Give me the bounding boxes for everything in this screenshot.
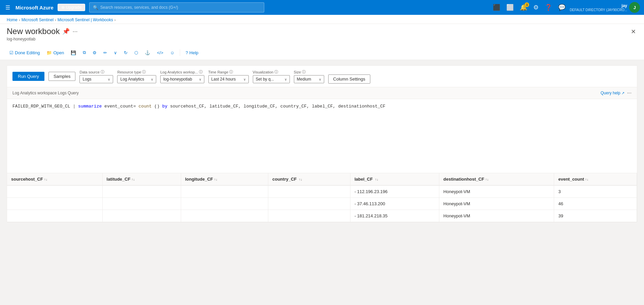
open-button[interactable]: 📁 Open: [44, 49, 67, 57]
cell-label_CF: - 112.196.23.196: [350, 185, 439, 198]
pencil-icon: ✏: [103, 50, 107, 55]
workspace-info-icon[interactable]: ⓘ: [199, 69, 203, 74]
cloud-shell-icon[interactable]: ⬛: [491, 2, 502, 12]
table-row: - 112.196.23.196Honeypot-VM3: [7, 185, 637, 198]
user-name: jay: [570, 3, 627, 8]
help-icon[interactable]: ❓: [543, 2, 554, 12]
workspace-chevron: ∨: [199, 78, 201, 81]
refresh-button[interactable]: ↻: [121, 49, 130, 57]
table-row: - 181.214.218.35Honeypot-VM39: [7, 210, 637, 222]
code-button[interactable]: </>: [154, 49, 166, 57]
emoji-button[interactable]: ☺: [167, 49, 177, 57]
settings-icon[interactable]: ⚙: [531, 2, 541, 12]
visualization-label: Visualization ⓘ: [253, 69, 290, 74]
parameter-button[interactable]: ⬡: [132, 49, 141, 57]
results-table-container: sourcehost_CF↑↓ latitude_CF↑↓ longitude_…: [7, 173, 637, 222]
size-info-icon[interactable]: ⓘ: [302, 69, 306, 74]
size-label: Size ⓘ: [294, 69, 324, 74]
breadcrumb-sentinel[interactable]: Microsoft Sentinel: [22, 18, 54, 22]
pin-icon[interactable]: 📌: [62, 28, 70, 35]
resource-type-select[interactable]: Log Analytics ∨: [117, 75, 156, 83]
col-header-latitude[interactable]: latitude_CF↑↓: [102, 173, 181, 185]
query-help-link[interactable]: Query help ↗: [601, 91, 624, 95]
upgrade-icon: ⊕: [61, 5, 65, 10]
page-header: New workbook 📌 ··· log-honeypotlab ✕: [0, 24, 644, 45]
resource-type-info-icon[interactable]: ⓘ: [142, 69, 146, 74]
workspace-group: Log Analytics worksp... ⓘ log-honeypotla…: [160, 69, 204, 83]
size-select[interactable]: Medium ∨: [294, 75, 324, 83]
table-row: - 37.46.113.200Honeypot-VM46: [7, 198, 637, 210]
dropdown-button[interactable]: ∨: [111, 49, 120, 57]
query-count-fn: count: [139, 104, 152, 109]
time-range-info-icon[interactable]: ⓘ: [229, 69, 233, 74]
query-help-bar: Log Analytics workspace Logs Query Query…: [7, 87, 637, 99]
chevron-down-icon: ∨: [114, 50, 117, 55]
cell-country_CF: [268, 198, 350, 210]
size-group: Size ⓘ Medium ∨: [294, 69, 324, 83]
data-source-select[interactable]: Logs ∨: [79, 75, 113, 83]
breadcrumb-sep-3: ›: [114, 18, 116, 22]
time-range-label: Time Range ⓘ: [208, 69, 249, 74]
col-header-desthost[interactable]: destinationhost_CF↑↓: [439, 173, 554, 185]
code-icon: </>: [157, 50, 163, 55]
visualization-info-icon[interactable]: ⓘ: [274, 69, 278, 74]
col-header-longitude[interactable]: longitude_CF↑↓: [181, 173, 268, 185]
col-header-sourcehost[interactable]: sourcehost_CF↑↓: [7, 173, 102, 185]
more-icon[interactable]: ···: [72, 28, 77, 35]
upgrade-button[interactable]: ⊕ Upgrade: [58, 4, 85, 11]
breadcrumb-home[interactable]: Home: [7, 18, 18, 22]
col-header-label[interactable]: label_CF ↑↓: [350, 173, 439, 185]
column-settings-button[interactable]: Column Settings: [328, 74, 370, 84]
cell-longitude_CF: [181, 198, 268, 210]
edit-button[interactable]: ✏: [101, 49, 110, 57]
close-button[interactable]: ✕: [630, 27, 637, 37]
size-chevron: ∨: [319, 78, 321, 81]
done-editing-button[interactable]: ☑ Done Editing: [7, 49, 42, 57]
notifications-icon[interactable]: 🔔 1: [518, 2, 529, 12]
workspace-select[interactable]: log-honeypotlab ∨: [160, 75, 204, 83]
cell-sourcehost_CF: [7, 198, 102, 210]
query-fields: sourcehost_CF, latitude_CF, longitude_CF…: [170, 104, 385, 109]
hamburger-menu[interactable]: ☰: [4, 3, 11, 12]
page-title-text: New workbook: [7, 27, 60, 36]
user-directory: DEFAULT DIRECTORY (JAY90CRO...: [570, 8, 627, 12]
azure-logo: Microsoft Azure: [15, 5, 54, 10]
link-button[interactable]: ⚓: [142, 49, 153, 57]
question-icon: ?: [185, 50, 188, 55]
visualization-chevron: ∨: [284, 78, 287, 81]
cell-destinationhost_CF: Honeypot-VM: [439, 185, 554, 198]
breadcrumb: Home › Microsoft Sentinel › Microsoft Se…: [0, 15, 644, 24]
col-header-country[interactable]: country_CF ↑↓: [268, 173, 350, 185]
page-subtitle: log-honeypotlab: [7, 37, 77, 41]
data-source-label: Data source ⓘ: [79, 69, 113, 74]
toolbar-separator: [180, 49, 180, 56]
breadcrumb-sep-2: ›: [55, 18, 56, 22]
more-options-icon[interactable]: ···: [627, 90, 632, 96]
cell-event_count: 3: [554, 185, 637, 198]
save-button[interactable]: 💾: [68, 49, 79, 57]
main-content: Run Query Samples Data source ⓘ Logs ∨ R…: [0, 60, 644, 228]
folder-icon: 📁: [46, 50, 52, 55]
run-query-button[interactable]: Run Query: [12, 72, 44, 81]
data-source-group: Data source ⓘ Logs ∨: [79, 69, 113, 83]
breadcrumb-workbooks[interactable]: Microsoft Sentinel | Workbooks: [58, 18, 113, 22]
cell-label_CF: - 181.214.218.35: [350, 210, 439, 222]
global-search[interactable]: 🔍 Search resources, services, and docs (…: [89, 2, 264, 12]
feedback-icon[interactable]: 💬: [556, 2, 568, 12]
title-area: New workbook 📌 ··· log-honeypotlab: [7, 27, 77, 41]
time-range-select[interactable]: Last 24 hours ∨: [208, 75, 249, 83]
data-source-info-icon[interactable]: ⓘ: [101, 69, 104, 74]
cell-label_CF: - 37.46.113.200: [350, 198, 439, 210]
portal-settings-icon[interactable]: ⬜: [504, 2, 516, 12]
col-header-eventcount[interactable]: event_count↑↓: [554, 173, 637, 185]
cell-longitude_CF: [181, 210, 268, 222]
user-avatar[interactable]: J: [629, 2, 640, 13]
samples-button[interactable]: Samples: [48, 72, 76, 81]
query-editor[interactable]: FAILED_RDP_WITH_GEO_CL | summarize event…: [7, 99, 637, 173]
clone-button[interactable]: ⧉: [80, 48, 89, 57]
visualization-group: Visualization ⓘ Set by q... ∨: [253, 69, 290, 83]
user-menu[interactable]: jay DEFAULT DIRECTORY (JAY90CRO... J: [570, 2, 640, 13]
visualization-select[interactable]: Set by q... ∨: [253, 75, 290, 83]
settings-button[interactable]: ⚙: [90, 49, 99, 57]
help-button[interactable]: ? Help: [183, 49, 201, 57]
